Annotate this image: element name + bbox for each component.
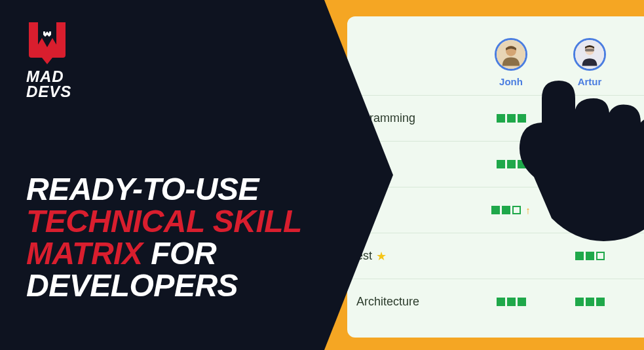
headline-part5: DEVELOPERS — [26, 268, 238, 303]
headline-part4: FOR — [142, 236, 216, 271]
logo-mark-icon — [26, 18, 68, 64]
pointing-hand-icon — [511, 62, 644, 246]
headline-part2: TECHNICAL SKILL — [26, 204, 302, 239]
score-cell — [472, 279, 550, 324]
headline-part1: READY-TO-USE — [26, 172, 259, 206]
score-cell — [629, 279, 644, 324]
headline-part3: MATRIX — [26, 236, 142, 271]
logo-line2: DEVS — [26, 85, 98, 100]
mad-devs-logo: MAD DEVS — [26, 18, 98, 100]
score-cell — [550, 279, 629, 324]
logo-text: MAD DEVS — [26, 69, 98, 100]
headline: READY-TO-USE TECHNICAL SKILL MATRIX FOR … — [26, 174, 302, 302]
svg-rect-4 — [585, 49, 594, 51]
